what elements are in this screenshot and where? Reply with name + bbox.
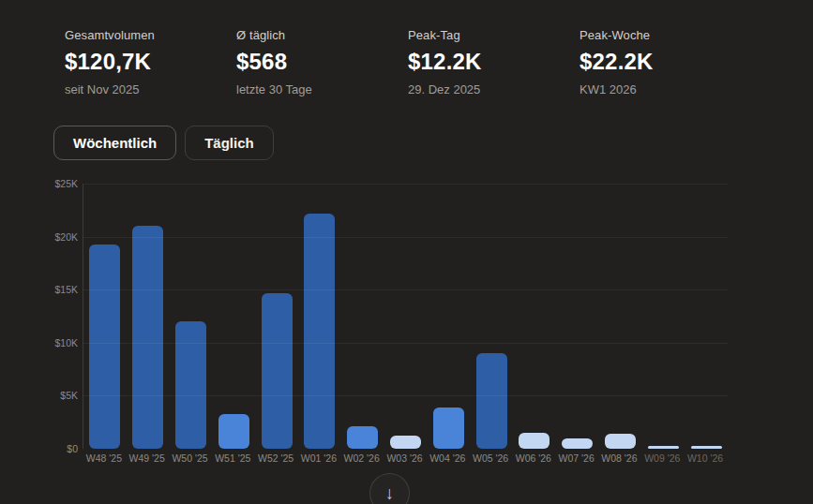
- stat-value: $120,7K: [65, 49, 236, 75]
- bar-W4825[interactable]: [89, 245, 120, 449]
- bar-W1026[interactable]: [691, 446, 722, 449]
- bar-W0426[interactable]: [433, 408, 464, 449]
- x-tick-label: W02 '26: [340, 452, 384, 464]
- bar-W5125[interactable]: [218, 414, 249, 449]
- stat-value: $568: [236, 49, 408, 75]
- x-tick-label: W10 '26: [684, 452, 727, 464]
- x-tick-label: W51 '25: [211, 452, 254, 464]
- bar-slot: [255, 184, 298, 449]
- bar-W5225[interactable]: [262, 293, 293, 449]
- bar-slot: [127, 184, 170, 449]
- y-tick-label: $5K: [0, 389, 78, 402]
- x-axis-labels: W48 '25W49 '25W50 '25W51 '25W52 '25W01 '…: [83, 452, 727, 464]
- stat-label: Ø täglich: [236, 28, 408, 42]
- bar-slot: [470, 184, 513, 449]
- gridline: [83, 237, 728, 238]
- stat-label: Peak-Tag: [408, 28, 580, 42]
- volume-bar-chart: $0$5K$10K$15K$20K$25K W48 '25W49 '25W50 …: [0, 184, 813, 449]
- x-tick-label: W52 '25: [254, 452, 297, 464]
- bar-W0926[interactable]: [648, 446, 679, 449]
- stat-value: $22.2K: [580, 49, 751, 75]
- stat-label: Gesamtvolumen: [65, 28, 236, 42]
- stat-subtext: 29. Dez 2025: [408, 82, 580, 96]
- y-tick-label: $10K: [0, 336, 78, 349]
- stat-subtext: KW1 2026: [580, 82, 751, 96]
- scroll-down-button[interactable]: ↓: [369, 473, 410, 504]
- bar-slot: [384, 184, 428, 449]
- stat-value: $12.2K: [408, 49, 580, 75]
- chart-plot-area: [83, 184, 728, 449]
- stat-total-volume: Gesamtvolumen $120,7K seit Nov 2025: [65, 28, 236, 96]
- bar-slot: [212, 184, 255, 449]
- x-tick-label: W04 '26: [426, 452, 469, 464]
- daily-button[interactable]: Täglich: [185, 126, 274, 160]
- bar-slot: [599, 184, 642, 449]
- bar-W0526[interactable]: [476, 353, 507, 449]
- gridline: [83, 289, 728, 290]
- x-tick-label: W48 '25: [83, 452, 126, 464]
- bar-W0626[interactable]: [519, 433, 550, 449]
- y-tick-label: $0: [0, 442, 78, 455]
- x-tick-label: W07 '26: [555, 452, 598, 464]
- y-tick-label: $25K: [0, 177, 78, 190]
- bar-slot: [341, 184, 384, 449]
- bar-W0226[interactable]: [347, 426, 378, 449]
- bar-slot: [298, 184, 341, 449]
- bar-W4925[interactable]: [132, 226, 163, 449]
- bar-W0826[interactable]: [605, 434, 636, 449]
- gridline: [83, 184, 728, 185]
- bar-W0726[interactable]: [562, 438, 593, 449]
- y-tick-label: $15K: [0, 283, 78, 296]
- y-tick-label: $20K: [0, 230, 78, 244]
- bar-W5025[interactable]: [175, 321, 206, 449]
- bar-slot: [685, 184, 728, 449]
- bar-slot: [556, 184, 599, 449]
- x-tick-label: W01 '26: [297, 452, 340, 464]
- stat-daily-average: Ø täglich $568 letzte 30 Tage: [236, 28, 408, 96]
- bar-slot: [83, 184, 127, 449]
- stats-row: Gesamtvolumen $120,7K seit Nov 2025 Ø tä…: [65, 28, 751, 96]
- x-tick-label: W05 '26: [469, 452, 512, 464]
- bar-slot: [427, 184, 470, 449]
- x-tick-label: W06 '26: [512, 452, 555, 464]
- bar-slot: [513, 184, 556, 449]
- bars: [83, 184, 728, 449]
- stat-label: Peak-Woche: [580, 28, 751, 42]
- stat-peak-week: Peak-Woche $22.2K KW1 2026: [580, 28, 751, 96]
- stat-peak-day: Peak-Tag $12.2K 29. Dez 2025: [408, 28, 580, 96]
- gridline: [83, 343, 728, 344]
- y-axis-labels: $0$5K$10K$15K$20K$25K: [0, 184, 78, 449]
- bar-slot: [641, 184, 685, 449]
- weekly-button[interactable]: Wöchentlich: [53, 126, 176, 160]
- x-tick-label: W08 '26: [598, 452, 641, 464]
- dashboard-page: { "stats": [ { "label": "Gesamtvolumen",…: [0, 0, 813, 504]
- period-toggle: Wöchentlich Täglich: [53, 126, 274, 160]
- x-tick-label: W09 '26: [640, 452, 684, 464]
- x-tick-label: W03 '26: [384, 452, 427, 464]
- stat-subtext: seit Nov 2025: [65, 82, 236, 96]
- bar-W0126[interactable]: [304, 214, 335, 449]
- arrow-down-icon: ↓: [385, 483, 395, 504]
- stat-subtext: letzte 30 Tage: [236, 82, 408, 96]
- bar-slot: [170, 184, 213, 449]
- x-tick-label: W50 '25: [169, 452, 212, 464]
- x-tick-label: W49 '25: [126, 452, 169, 464]
- bar-W0326[interactable]: [390, 436, 421, 449]
- gridline: [83, 395, 728, 396]
